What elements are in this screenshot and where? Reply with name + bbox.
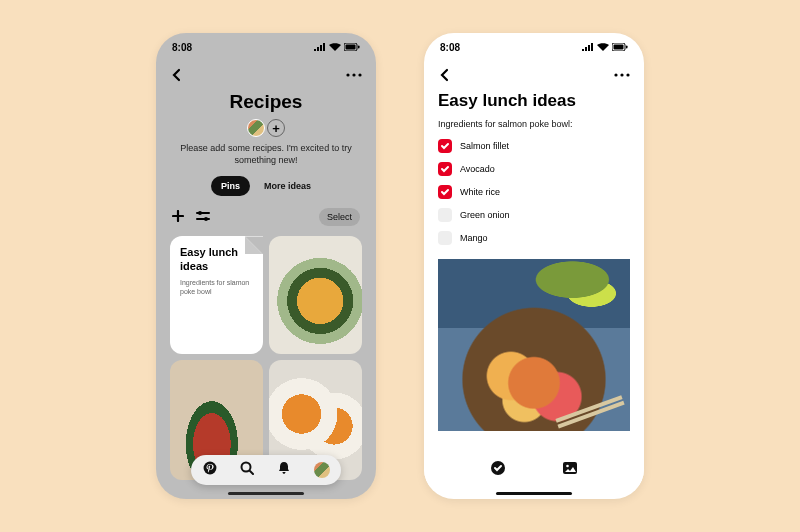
svg-point-15 [626, 73, 629, 76]
status-bar: 8:08 [424, 33, 644, 61]
checkmark-icon [440, 164, 450, 174]
note-card[interactable]: Easy lunch ideas Ingredients for slamon … [170, 236, 263, 354]
back-button[interactable] [170, 68, 184, 82]
nav-dock [191, 455, 341, 485]
svg-rect-2 [358, 46, 360, 49]
status-time: 8:08 [172, 42, 192, 53]
wifi-icon [329, 43, 341, 51]
phone-mock-note: 8:08 Easy lunch ideas Ingredients for sa… [424, 33, 644, 499]
board-title: Recipes [170, 91, 362, 113]
ellipsis-icon [614, 73, 630, 77]
svg-point-4 [352, 73, 355, 76]
check-item[interactable]: Avocado [438, 162, 630, 176]
svg-point-14 [620, 73, 623, 76]
check-label: Mango [460, 233, 488, 243]
checkbox-checked[interactable] [438, 162, 452, 176]
note-subtitle: Ingredients for salmon poke bowl: [438, 119, 630, 129]
svg-point-8 [203, 462, 216, 475]
chevron-left-icon [438, 68, 452, 82]
pinterest-icon [203, 461, 217, 475]
note-image[interactable] [438, 259, 630, 431]
checklist: Salmon fillet Avocado White rice Green o… [438, 139, 630, 245]
checkmark-icon [440, 187, 450, 197]
signal-icon [582, 43, 594, 51]
add-button[interactable] [172, 208, 184, 226]
organize-button[interactable] [196, 208, 210, 226]
battery-icon [612, 43, 628, 51]
status-bar: 8:08 [156, 33, 376, 61]
check-item[interactable]: Green onion [438, 208, 630, 222]
add-checklist-button[interactable] [490, 460, 506, 480]
svg-rect-11 [614, 45, 624, 50]
image-icon [562, 460, 578, 476]
chevron-left-icon [170, 68, 184, 82]
signal-icon [314, 43, 326, 51]
pin-card[interactable] [269, 236, 362, 354]
check-item[interactable]: Salmon fillet [438, 139, 630, 153]
pin-grid: Easy lunch ideas Ingredients for slamon … [170, 236, 362, 480]
svg-rect-17 [563, 462, 577, 474]
svg-point-9 [241, 463, 250, 472]
board-tabs: Pins More ideas [170, 176, 362, 196]
select-button[interactable]: Select [319, 208, 360, 226]
checkmark-icon [440, 141, 450, 151]
home-indicator [228, 492, 304, 495]
more-button[interactable] [614, 73, 630, 77]
checkbox-unchecked[interactable] [438, 208, 452, 222]
check-item[interactable]: Mango [438, 231, 630, 245]
dock-profile[interactable] [314, 462, 330, 478]
phone-mock-board: 8:08 Recipes + Please add some recipes. … [156, 33, 376, 499]
add-collaborator-button[interactable]: + [267, 119, 285, 137]
home-indicator [496, 492, 572, 495]
check-label: Salmon fillet [460, 141, 509, 151]
check-label: White rice [460, 187, 500, 197]
svg-point-3 [346, 73, 349, 76]
checkbox-checked[interactable] [438, 185, 452, 199]
chopsticks-decoration [555, 395, 622, 423]
battery-icon [344, 43, 360, 51]
avatar[interactable] [247, 119, 265, 137]
svg-point-6 [198, 211, 202, 215]
status-icons [314, 43, 360, 51]
note-sub: Ingredients for slamon poke bowl [180, 278, 253, 296]
collaborators-row: + [170, 119, 362, 137]
sliders-icon [196, 210, 210, 222]
note-header [424, 61, 644, 89]
wifi-icon [597, 43, 609, 51]
tab-pins[interactable]: Pins [211, 176, 250, 196]
board-toolbar: Select [170, 208, 362, 226]
svg-point-7 [204, 217, 208, 221]
note-bottom-bar [424, 455, 644, 485]
board-description: Please add some recipes. I'm excited to … [170, 143, 362, 166]
svg-point-5 [358, 73, 361, 76]
dock-notifications[interactable] [277, 461, 291, 479]
note-title: Easy lunch ideas [180, 246, 253, 272]
board-header [156, 61, 376, 89]
bell-icon [277, 461, 291, 475]
check-label: Green onion [460, 210, 510, 220]
svg-rect-12 [626, 46, 628, 49]
check-item[interactable]: White rice [438, 185, 630, 199]
search-icon [240, 461, 254, 475]
add-image-button[interactable] [562, 460, 578, 480]
dock-search[interactable] [240, 461, 254, 479]
checkbox-unchecked[interactable] [438, 231, 452, 245]
status-time: 8:08 [440, 42, 460, 53]
plus-icon [172, 210, 184, 222]
status-icons [582, 43, 628, 51]
checkbox-checked[interactable] [438, 139, 452, 153]
tab-more-ideas[interactable]: More ideas [254, 176, 321, 196]
check-label: Avocado [460, 164, 495, 174]
ellipsis-icon [346, 73, 362, 77]
svg-rect-1 [346, 45, 356, 50]
board-content: Recipes + Please add some recipes. I'm e… [156, 91, 376, 480]
svg-point-18 [566, 465, 569, 468]
note-heading: Easy lunch ideas [438, 91, 630, 111]
back-button[interactable] [438, 68, 452, 82]
more-button[interactable] [346, 73, 362, 77]
dock-home[interactable] [203, 461, 217, 479]
note-content: Easy lunch ideas Ingredients for salmon … [424, 91, 644, 431]
svg-point-13 [614, 73, 617, 76]
check-circle-icon [490, 460, 506, 476]
